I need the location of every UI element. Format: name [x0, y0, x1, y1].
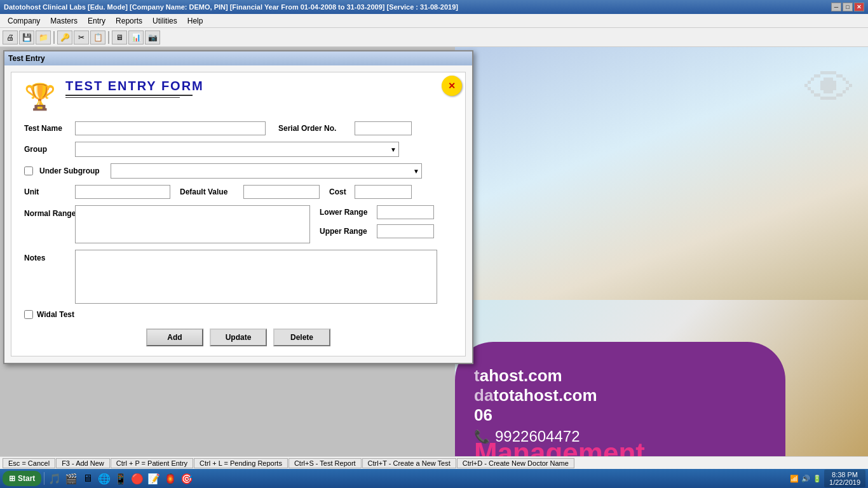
- toolbar: 🖨 💾 📁 🔑 ✂ 📋 🖥 📊 📷: [0, 28, 868, 47]
- taskbar-icon-7[interactable]: 📝: [146, 471, 161, 486]
- lower-range-label: Lower Range: [320, 208, 377, 217]
- default-value-input[interactable]: [243, 185, 320, 199]
- taskbar-icon-4[interactable]: 🌐: [97, 471, 112, 486]
- update-button[interactable]: Update: [210, 329, 267, 346]
- upper-range-row: Upper Range: [320, 224, 434, 238]
- network-icon: 📶: [790, 475, 799, 483]
- promo-number: 06: [474, 405, 766, 425]
- taskbar-right: 📶 🔊 🔋 8:38 PM 1/22/2019: [790, 470, 865, 487]
- group-label: Group: [24, 145, 75, 154]
- subgroup-select[interactable]: [111, 163, 422, 179]
- background-area: 👁 tahost.com datotahost.com 06 📞 9922604…: [455, 47, 868, 469]
- dialog-title-bar: Test Entry: [4, 51, 472, 65]
- sound-icon: 🔊: [801, 475, 810, 483]
- widal-row: Widal Test: [24, 310, 452, 319]
- subgroup-row: Under Subgroup ▼: [24, 163, 452, 179]
- form-buttons: Add Update Delete: [24, 329, 452, 346]
- add-button[interactable]: Add: [146, 329, 203, 346]
- unit-label: Unit: [24, 187, 75, 196]
- dialog-title: Test Entry: [8, 54, 45, 63]
- range-row: Normal Range Lower Range Upper Range: [24, 205, 452, 243]
- toolbar-key[interactable]: 🔑: [57, 30, 72, 44]
- windows-icon: ⊞: [9, 474, 15, 483]
- test-name-input[interactable]: [75, 121, 266, 135]
- promo-url1: tahost.com: [474, 366, 766, 386]
- delete-button[interactable]: Delete: [273, 329, 330, 346]
- toolbar-sep1: [53, 31, 55, 44]
- toolbar-chart[interactable]: 📊: [128, 30, 144, 44]
- clock-date: 1/22/2019: [829, 478, 860, 486]
- toolbar-camera[interactable]: 📷: [145, 30, 160, 44]
- toolbar-open[interactable]: 📁: [36, 30, 51, 44]
- status-ctrl-l: Ctrl + L = Pending Reports: [194, 458, 288, 468]
- cost-input[interactable]: [355, 185, 412, 199]
- taskbar-icon-6[interactable]: 🔴: [130, 471, 145, 486]
- notes-textarea[interactable]: [75, 250, 437, 304]
- form-title: TEST ENTRY FORM: [65, 79, 204, 93]
- toolbar-cut[interactable]: ✂: [74, 30, 89, 44]
- default-value-label: Default Value: [180, 187, 243, 196]
- status-ctrl-t: Ctrl+T - Create a New Test: [362, 458, 456, 468]
- toolbar-save[interactable]: 💾: [19, 30, 34, 44]
- menu-bar: Company Masters Entry Reports Utilities …: [0, 14, 868, 28]
- menu-utilities[interactable]: Utilities: [147, 15, 182, 27]
- menu-entry[interactable]: Entry: [83, 15, 111, 27]
- title-underline2: [65, 97, 180, 98]
- clock-time: 8:38 PM: [829, 471, 860, 478]
- normal-range-textarea[interactable]: [75, 205, 310, 243]
- under-subgroup-checkbox[interactable]: [24, 166, 33, 175]
- menu-company[interactable]: Company: [3, 15, 45, 27]
- status-bar: Esc = Cancel F3 - Add New Ctrl + P = Pat…: [0, 456, 868, 469]
- toolbar-paste[interactable]: 📋: [90, 30, 105, 44]
- maximize-button[interactable]: □: [843, 3, 853, 11]
- title-underline1: [65, 95, 193, 96]
- test-name-row: Test Name Serial Order No.: [24, 121, 452, 135]
- taskbar-icon-1[interactable]: 🎵: [47, 471, 62, 486]
- form-title-section: TEST ENTRY FORM: [65, 79, 204, 98]
- taskbar-icon-5[interactable]: 📱: [113, 471, 128, 486]
- main-area: 👁 tahost.com datotahost.com 06 📞 9922604…: [0, 47, 868, 469]
- menu-reports[interactable]: Reports: [111, 15, 147, 27]
- promo-url2: datotahost.com: [474, 386, 766, 405]
- unit-input[interactable]: [75, 185, 170, 199]
- upper-range-input[interactable]: [377, 224, 434, 238]
- title-bar: Datotohost Clinical Labs [Edu. Mode] [Co…: [0, 0, 868, 14]
- toolbar-sep2: [108, 31, 109, 44]
- notes-row: Notes: [24, 250, 452, 304]
- taskbar-icon-3[interactable]: 🖥: [80, 471, 95, 486]
- under-subgroup-label: Under Subgroup: [39, 166, 103, 175]
- status-ctrl-s: Ctrl+S - Test Report: [288, 458, 362, 468]
- minimize-button[interactable]: ─: [831, 3, 841, 11]
- group-select[interactable]: [75, 142, 399, 157]
- close-button[interactable]: ✕: [854, 3, 864, 11]
- trophy-icon: 🏆: [24, 82, 56, 112]
- app-title: Datotohost Clinical Labs [Edu. Mode] [Co…: [4, 3, 458, 11]
- toolbar-monitor[interactable]: 🖥: [112, 30, 127, 44]
- status-esc: Esc = Cancel: [3, 458, 55, 468]
- taskbar-icon-9[interactable]: 🎯: [179, 471, 194, 486]
- widal-test-label: Widal Test: [37, 310, 74, 319]
- taskbar: ⊞ Start 🎵 🎬 🖥 🌐 📱 🔴 📝 🏮 🎯 📶 🔊 🔋 8:38 PM …: [0, 469, 868, 488]
- toolbar-print[interactable]: 🖨: [3, 30, 18, 44]
- notes-label: Notes: [24, 250, 75, 262]
- unit-row: Unit Default Value Cost: [24, 185, 452, 199]
- title-controls: ─ □ ✕: [831, 3, 864, 11]
- lower-range-row: Lower Range: [320, 205, 434, 219]
- start-button[interactable]: ⊞ Start: [3, 471, 41, 486]
- serial-order-label: Serial Order No.: [278, 124, 355, 133]
- status-ctrl-d: Ctrl+D - Create New Doctor Name: [457, 458, 574, 468]
- start-label: Start: [18, 474, 35, 483]
- menu-help[interactable]: Help: [182, 15, 208, 27]
- form-container: ✕ 🏆 TEST ENTRY FORM Test Name Serial Ord…: [11, 72, 466, 356]
- serial-order-input[interactable]: [355, 121, 412, 135]
- menu-masters[interactable]: Masters: [45, 15, 83, 27]
- taskbar-icon-2[interactable]: 🎬: [64, 471, 79, 486]
- form-header: 🏆 TEST ENTRY FORM: [24, 79, 452, 112]
- upper-range-label: Upper Range: [320, 227, 377, 236]
- taskbar-icon-8[interactable]: 🏮: [163, 471, 178, 486]
- cost-label: Cost: [329, 187, 355, 196]
- widal-test-checkbox[interactable]: [24, 310, 33, 319]
- lower-range-input[interactable]: [377, 205, 434, 219]
- taskbar-sep: [44, 472, 44, 485]
- status-ctrl-p: Ctrl + P = Patient Entry: [111, 458, 193, 468]
